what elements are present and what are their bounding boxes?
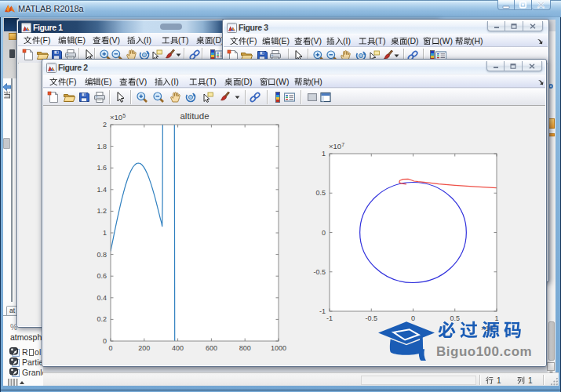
status-column-label	[517, 376, 525, 385]
status-line-value: 1	[497, 376, 501, 385]
menu-view[interactable]: (V)	[93, 35, 120, 45]
outline-widget[interactable]	[8, 377, 25, 386]
menu-edit[interactable]: (E)	[85, 77, 112, 86]
scrollbar-down-button[interactable]	[547, 362, 555, 371]
close-button[interactable]	[523, 61, 542, 71]
zoom-out-icon[interactable]	[152, 91, 165, 103]
menu-view[interactable]: (V)	[294, 36, 322, 45]
maximize-button[interactable]	[505, 61, 523, 71]
menu-tools[interactable]: (T)	[189, 77, 216, 86]
figure-titlebar: Figure 2	[43, 60, 545, 74]
pointer-icon[interactable]	[114, 91, 126, 103]
editor-message-box[interactable]	[548, 118, 555, 129]
axes-title: altitude	[180, 111, 209, 121]
dock-figure-icon[interactable]	[537, 37, 543, 46]
open-file-icon[interactable]	[63, 91, 75, 103]
close-button[interactable]	[523, 21, 543, 31]
panel-scrollbar-thumb[interactable]	[3, 138, 10, 149]
figure-title: Figure 1	[33, 23, 63, 32]
y-tick-label: 0	[322, 229, 326, 237]
toolstrip-sliver	[3, 17, 17, 80]
data-cursor-icon[interactable]	[202, 91, 214, 103]
x-tick-label: 400	[172, 344, 184, 352]
resize-grip[interactable]	[550, 377, 559, 387]
menu-edit[interactable]: (E)	[58, 35, 86, 45]
minimize-button[interactable]	[486, 61, 505, 71]
figure-titlebar: Figure 3	[224, 20, 548, 34]
toolstrip-icon-sliver	[9, 33, 16, 40]
menu-tools[interactable]: (T)	[359, 36, 385, 45]
dock-figure-icon[interactable]	[537, 78, 544, 87]
close-button[interactable]	[532, 0, 551, 10]
toolbar-separator	[301, 90, 301, 104]
minimize-button[interactable]	[487, 21, 505, 31]
y-tick-label: 1.4	[97, 186, 107, 194]
menu-help[interactable]: (H)	[294, 77, 322, 86]
watermark: Biguo100.com	[375, 314, 540, 365]
file-list-item[interactable]: Partie	[9, 358, 43, 368]
code-section-icon	[9, 358, 20, 368]
insert-legend-icon[interactable]	[283, 91, 296, 103]
watermark-brand	[438, 320, 526, 341]
x-tick-label: 600	[206, 344, 217, 352]
matlab-logo-icon	[4, 2, 16, 17]
hide-plot-tools-icon[interactable]	[306, 91, 319, 103]
link-plot-icon[interactable]	[249, 91, 261, 103]
menu-file[interactable]: (F)	[230, 36, 257, 45]
brush-icon[interactable]	[219, 91, 231, 103]
code-line-word: atmosph	[10, 332, 42, 342]
y-tick-label: 0.8	[97, 251, 107, 259]
y-tick-label: 1	[103, 229, 107, 237]
menu-insert[interactable]: (I)	[127, 35, 151, 45]
plot-area	[330, 154, 497, 311]
panel-title	[3, 91, 11, 100]
menu-desktop[interactable]: (D)	[391, 36, 419, 45]
panel-splitter[interactable]	[11, 78, 13, 307]
toolbar-separator	[267, 90, 268, 104]
y-tick-label: 1	[322, 150, 326, 158]
menu-help[interactable]: (H)	[455, 36, 483, 45]
plot-area	[111, 125, 279, 341]
menu-insert[interactable]: (I)	[155, 77, 179, 86]
menu-window[interactable]: (W)	[423, 36, 453, 45]
y-tick-label: 1.2	[97, 207, 107, 215]
toolbar-separator	[130, 90, 131, 104]
menu-desktop[interactable]: (D)	[196, 35, 224, 45]
pan-icon[interactable]	[169, 91, 181, 103]
editor-warning-mark[interactable]	[548, 133, 555, 136]
y-tick-label: 0.4	[97, 294, 107, 302]
file-item-label: Rol	[22, 347, 41, 357]
file-item-label: Granlo	[22, 368, 43, 377]
menu-edit[interactable]: (E)	[262, 36, 290, 45]
menu-file[interactable]: (F)	[24, 35, 50, 45]
y-tick-label: -0.5	[313, 268, 326, 276]
file-list-item[interactable]: Rol	[9, 347, 41, 358]
save-figure-icon[interactable]	[78, 91, 90, 103]
toolbar-separator	[109, 90, 110, 104]
maximize-button[interactable]	[505, 21, 523, 31]
show-plot-tools-icon[interactable]	[319, 91, 332, 103]
menu-view[interactable]: (V)	[119, 77, 147, 86]
menu-window[interactable]: (W)	[260, 77, 290, 86]
x-tick-label: 200	[138, 344, 150, 352]
menu-tools[interactable]: (T)	[162, 35, 188, 45]
minimize-button[interactable]	[497, 0, 515, 10]
menu-file[interactable]: (F)	[49, 77, 76, 86]
new-figure-icon[interactable]	[22, 49, 35, 61]
code-section-icon	[9, 347, 20, 358]
figure-title: Figure 3	[239, 23, 268, 32]
figure-menubar: (F)(E)(V)(I)(T)(D)(W)(H)	[224, 34, 548, 47]
rotate-3d-icon[interactable]	[184, 91, 197, 103]
menu-insert[interactable]: (I)	[326, 36, 351, 45]
main-window-title: MATLAB R2018a	[18, 4, 83, 13]
zoom-in-icon[interactable]	[136, 91, 148, 103]
new-figure-icon[interactable]	[47, 91, 60, 103]
y-tick-label: 1.6	[97, 164, 107, 172]
y-tick-label: 0	[103, 337, 107, 345]
menu-desktop[interactable]: (D)	[224, 77, 253, 86]
editor-scrollbar-thumb[interactable]	[548, 321, 555, 361]
figure-title: Figure 2	[58, 63, 88, 72]
figure-toolbar	[43, 89, 545, 106]
print-figure-icon[interactable]	[93, 91, 106, 103]
maximize-button[interactable]	[515, 0, 532, 10]
